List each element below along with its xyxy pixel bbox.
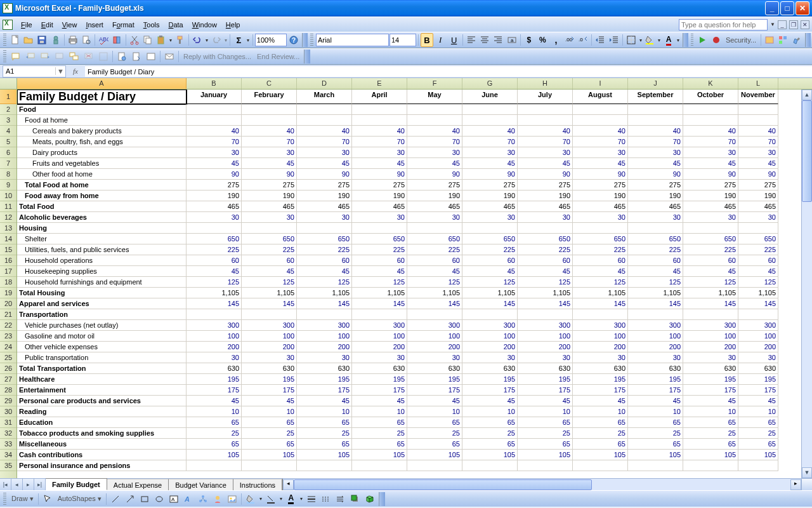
- cell-E26[interactable]: 630: [352, 363, 407, 374]
- tab-next-button[interactable]: ▸: [23, 479, 34, 490]
- vba-button[interactable]: [763, 33, 776, 47]
- cell-L7[interactable]: 45: [738, 158, 778, 169]
- help-dropdown-icon[interactable]: ▼: [770, 22, 775, 27]
- clipart-button[interactable]: [211, 492, 225, 506]
- font-name-select[interactable]: [316, 34, 389, 46]
- cell-A8[interactable]: Other food at home: [17, 169, 187, 180]
- cell-F4[interactable]: 40: [407, 126, 462, 137]
- cell-F9[interactable]: 275: [407, 180, 462, 190]
- cell-B26[interactable]: 630: [187, 363, 242, 374]
- cell-D3[interactable]: [297, 115, 352, 126]
- cell-H1[interactable]: July: [518, 90, 573, 104]
- underline-button[interactable]: U: [447, 33, 460, 47]
- cell-D9[interactable]: 275: [297, 180, 352, 190]
- cell-G25[interactable]: 30: [462, 352, 518, 363]
- cell-H15[interactable]: 225: [518, 244, 573, 255]
- col-header-A[interactable]: A: [17, 78, 187, 89]
- cell-G34[interactable]: 105: [462, 450, 518, 460]
- cell-K32[interactable]: 25: [683, 428, 738, 439]
- cell-G22[interactable]: 300: [462, 320, 518, 331]
- cell-J3[interactable]: [628, 115, 683, 126]
- cell-K11[interactable]: 465: [683, 201, 738, 212]
- cell-B16[interactable]: 60: [187, 255, 242, 266]
- cell-E12[interactable]: 30: [352, 212, 407, 223]
- cell-K3[interactable]: [683, 115, 738, 126]
- cell-G23[interactable]: 100: [462, 331, 518, 342]
- track-changes-button[interactable]: [115, 50, 129, 64]
- cell-A2[interactable]: Food: [17, 104, 187, 115]
- oval-button[interactable]: [152, 492, 166, 506]
- zoom-select[interactable]: [255, 34, 287, 46]
- cell-H31[interactable]: 65: [518, 417, 573, 428]
- cell-F1[interactable]: May: [407, 90, 462, 104]
- cell-C33[interactable]: 65: [242, 439, 297, 450]
- cell-L20[interactable]: 145: [738, 298, 778, 309]
- save-button[interactable]: [36, 33, 48, 47]
- cell-I33[interactable]: 65: [573, 439, 628, 450]
- cell-B29[interactable]: 45: [187, 396, 242, 406]
- cell-G33[interactable]: 65: [462, 439, 518, 450]
- cell-I30[interactable]: 10: [573, 406, 628, 417]
- cell-D19[interactable]: 1,105: [297, 288, 352, 298]
- cell-J5[interactable]: 70: [628, 137, 683, 147]
- cell-F29[interactable]: 45: [407, 396, 462, 406]
- cell-K1[interactable]: October: [683, 90, 738, 104]
- cell-L6[interactable]: 30: [738, 147, 778, 158]
- cell-D7[interactable]: 45: [297, 158, 352, 169]
- menu-file[interactable]: FFileile: [16, 21, 37, 29]
- cell-B18[interactable]: 125: [187, 277, 242, 288]
- cell-E29[interactable]: 45: [352, 396, 407, 406]
- cell-A7[interactable]: Fruits and vegetables: [17, 158, 187, 169]
- cell-F7[interactable]: 45: [407, 158, 462, 169]
- cell-D8[interactable]: 90: [297, 169, 352, 180]
- cell-D18[interactable]: 125: [297, 277, 352, 288]
- send-mail-button[interactable]: [162, 50, 176, 64]
- cell-B8[interactable]: 90: [187, 169, 242, 180]
- cell-B30[interactable]: 10: [187, 406, 242, 417]
- align-left-button[interactable]: [465, 33, 478, 47]
- cell-K18[interactable]: 125: [683, 277, 738, 288]
- cell-D15[interactable]: 225: [297, 244, 352, 255]
- menu-format[interactable]: Format: [108, 21, 139, 29]
- cell-C10[interactable]: 190: [242, 190, 297, 201]
- cell-H4[interactable]: 40: [518, 126, 573, 137]
- cell-H6[interactable]: 30: [518, 147, 573, 158]
- fill-color-draw-button[interactable]: [244, 492, 258, 506]
- cell-B3[interactable]: [187, 115, 242, 126]
- cell-A33[interactable]: Miscellaneous: [17, 439, 187, 450]
- currency-button[interactable]: $: [523, 33, 535, 47]
- cell-F34[interactable]: 105: [407, 450, 462, 460]
- cell-H7[interactable]: 45: [518, 158, 573, 169]
- cell-D12[interactable]: 30: [297, 212, 352, 223]
- cell-A24[interactable]: Other vehicle expenses: [17, 342, 187, 352]
- fill-color-button[interactable]: [643, 33, 656, 47]
- cell-K25[interactable]: 30: [683, 352, 738, 363]
- cell-F22[interactable]: 300: [407, 320, 462, 331]
- cell-D2[interactable]: [297, 104, 352, 115]
- cell-J4[interactable]: 40: [628, 126, 683, 137]
- cell-I17[interactable]: 45: [573, 266, 628, 277]
- cell-F15[interactable]: 225: [407, 244, 462, 255]
- cell-A17[interactable]: Housekeeping supplies: [17, 266, 187, 277]
- cell-K21[interactable]: [683, 309, 738, 320]
- cell-J21[interactable]: [628, 309, 683, 320]
- cell-G7[interactable]: 45: [462, 158, 518, 169]
- cell-K13[interactable]: [683, 223, 738, 234]
- print-preview-button[interactable]: [80, 33, 93, 47]
- cell-I13[interactable]: [573, 223, 628, 234]
- cell-B4[interactable]: 40: [187, 126, 242, 137]
- cell-C30[interactable]: 10: [242, 406, 297, 417]
- cell-G19[interactable]: 1,105: [462, 288, 518, 298]
- cell-L9[interactable]: 275: [738, 180, 778, 190]
- cell-C32[interactable]: 25: [242, 428, 297, 439]
- cell-F14[interactable]: 650: [407, 234, 462, 244]
- row-header-25[interactable]: 25: [0, 352, 16, 363]
- cell-B23[interactable]: 100: [187, 331, 242, 342]
- cell-I2[interactable]: [573, 104, 628, 115]
- select-all-corner[interactable]: [0, 78, 17, 89]
- dash-style-button[interactable]: [319, 492, 333, 506]
- cell-L27[interactable]: 195: [738, 374, 778, 385]
- arrow-style-button[interactable]: [334, 492, 348, 506]
- cell-K20[interactable]: 145: [683, 298, 738, 309]
- row-header-21[interactable]: 21: [0, 309, 16, 320]
